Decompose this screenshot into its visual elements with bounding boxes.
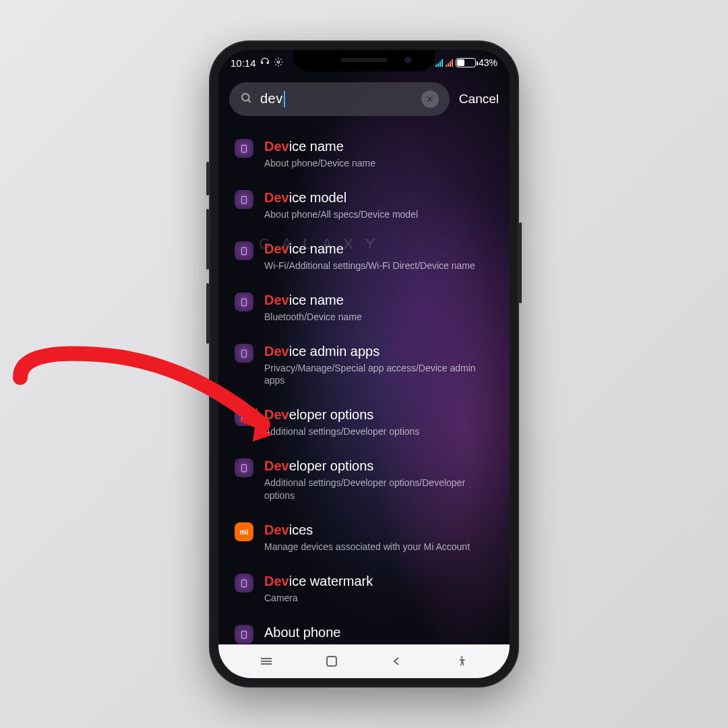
svg-rect-7 <box>242 247 247 255</box>
search-icon <box>240 92 252 107</box>
search-result-item[interactable]: Developer optionsAdditional settings/Dev… <box>218 396 510 448</box>
nav-bar <box>218 644 510 678</box>
result-title: Devices <box>264 521 496 539</box>
text-cursor <box>284 91 285 107</box>
result-title: About phone <box>264 624 496 641</box>
settings-item-icon <box>235 139 253 158</box>
nav-back-button[interactable] <box>380 651 413 671</box>
phone-frame: 10:14 43% <box>209 40 519 688</box>
result-text: Device modelAbout phone/All specs/Device… <box>264 189 496 221</box>
search-box[interactable]: dev <box>229 82 450 116</box>
clear-search-button[interactable] <box>421 90 439 108</box>
gear-icon <box>274 57 283 69</box>
screen: 10:14 43% <box>218 50 510 678</box>
result-title: Device model <box>264 189 496 206</box>
signal-icon-2 <box>446 59 453 67</box>
search-result-item[interactable]: Developer optionsAdditional settings/Dev… <box>218 448 510 512</box>
result-title: Device watermark <box>264 572 496 590</box>
result-path: Privacy/Manage/Special app access/Device… <box>264 362 496 388</box>
search-input[interactable]: dev <box>260 91 413 108</box>
svg-point-0 <box>277 61 280 63</box>
result-path: About phone/All specs/Device model <box>264 208 496 221</box>
volume-down-button <box>206 283 209 344</box>
result-title: Developer options <box>264 457 496 475</box>
signal-icon <box>435 59 443 67</box>
search-result-item[interactable]: Device nameBluetooth/Device name <box>218 282 510 333</box>
result-text: Device nameWi-Fi/Additional settings/Wi-… <box>264 240 496 272</box>
settings-item-icon <box>235 625 253 644</box>
search-result-item[interactable]: Device nameAbout phone/Device name <box>218 128 510 179</box>
result-title: Device admin apps <box>264 342 496 360</box>
svg-rect-11 <box>242 465 247 473</box>
search-result-item[interactable]: Device watermarkCamera <box>218 563 510 614</box>
svg-point-19 <box>460 657 462 659</box>
settings-item-icon <box>235 574 253 593</box>
result-title: Device name <box>264 291 496 309</box>
result-text: Device nameAbout phone/Device name <box>264 138 496 170</box>
svg-rect-18 <box>327 657 336 666</box>
result-text: DevicesManage devices associated with yo… <box>264 521 496 553</box>
search-row: dev Cancel <box>218 75 510 123</box>
result-text: Device nameBluetooth/Device name <box>264 291 496 324</box>
search-result-item[interactable]: Device nameWi-Fi/Additional settings/Wi-… <box>218 231 510 282</box>
status-time: 10:14 <box>231 57 256 69</box>
settings-item-icon <box>235 458 253 477</box>
battery-percent: 43% <box>479 57 497 68</box>
nav-accessibility-button[interactable] <box>445 651 479 671</box>
settings-item-icon <box>235 407 253 426</box>
result-text: Developer optionsAdditional settings/Dev… <box>264 457 496 502</box>
search-result-item[interactable]: miDevicesManage devices associated with … <box>218 512 510 563</box>
svg-rect-6 <box>242 196 247 204</box>
result-path: Manage devices associated with your Mi A… <box>264 541 496 553</box>
settings-item-icon <box>235 344 253 363</box>
svg-line-2 <box>248 100 250 102</box>
svg-point-1 <box>242 94 249 101</box>
result-path: Bluetooth/Device name <box>264 311 496 324</box>
result-title: Device name <box>264 138 496 155</box>
result-text: Device admin appsPrivacy/Manage/Special … <box>264 342 496 388</box>
search-result-item[interactable]: Device admin appsPrivacy/Manage/Special … <box>218 333 510 397</box>
result-path: Additional settings/Developer options/De… <box>264 477 496 502</box>
result-text: Device watermarkCamera <box>264 572 496 605</box>
settings-item-icon <box>235 190 253 209</box>
result-title: Device name <box>264 240 496 257</box>
volume-up-button <box>206 209 209 270</box>
nav-recent-button[interactable] <box>249 651 283 671</box>
result-text: Developer optionsAdditional settings/Dev… <box>264 406 496 438</box>
notch <box>293 50 435 71</box>
battery-icon <box>456 58 476 67</box>
svg-rect-13 <box>242 631 247 638</box>
svg-rect-8 <box>242 299 247 306</box>
settings-item-icon <box>235 241 253 260</box>
nav-home-button[interactable] <box>315 651 348 671</box>
result-path: Camera <box>264 592 496 605</box>
settings-item-icon <box>235 293 253 311</box>
power-button <box>519 222 522 303</box>
search-results: Device nameAbout phone/Device nameDevice… <box>218 123 510 678</box>
svg-rect-5 <box>242 145 247 152</box>
result-path: Wi-Fi/Additional settings/Wi-Fi Direct/D… <box>264 260 496 272</box>
headphones-icon <box>260 57 270 69</box>
result-title: Developer options <box>264 406 496 423</box>
side-button <box>206 162 209 195</box>
svg-rect-12 <box>242 580 247 587</box>
mi-icon: mi <box>235 522 253 541</box>
cancel-button[interactable]: Cancel <box>459 92 499 107</box>
result-path: About phone/Device name <box>264 157 496 170</box>
result-path: Additional settings/Developer options <box>264 425 496 438</box>
svg-rect-9 <box>242 350 247 357</box>
search-result-item[interactable]: Device modelAbout phone/All specs/Device… <box>218 179 510 231</box>
svg-rect-10 <box>242 414 247 421</box>
